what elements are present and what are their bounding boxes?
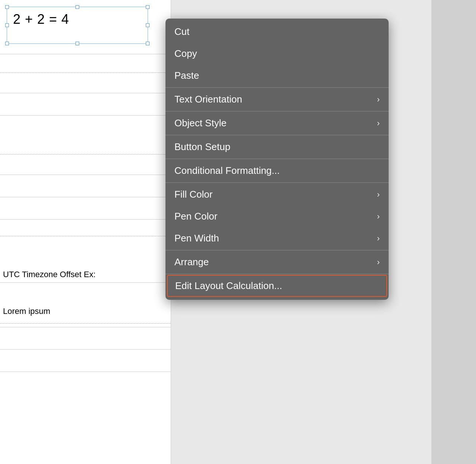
handle-bottom-center	[75, 42, 79, 45]
menu-item-conditional-formatting[interactable]: Conditional Formatting...	[165, 160, 389, 182]
handle-mid-left	[5, 23, 9, 27]
solid-row-9	[0, 349, 171, 350]
menu-item-button-setup[interactable]: Button Setup	[165, 136, 389, 158]
solid-row-6	[0, 219, 171, 220]
solid-row-2	[0, 93, 171, 93]
context-menu: Cut Copy Paste Text Orientation › Object…	[165, 19, 389, 300]
menu-item-cut[interactable]: Cut	[165, 21, 389, 43]
menu-item-arrange-label: Arrange	[174, 256, 209, 268]
text-orientation-chevron: ›	[377, 95, 380, 104]
menu-item-fill-color[interactable]: Fill Color ›	[165, 184, 389, 205]
dotted-row-1	[0, 72, 171, 73]
arrange-chevron: ›	[377, 257, 380, 267]
right-panel	[431, 0, 476, 464]
menu-item-object-style-label: Object Style	[174, 117, 226, 129]
handle-top-left	[5, 5, 9, 9]
menu-item-pen-color-label: Pen Color	[174, 211, 218, 222]
pen-width-chevron: ›	[377, 234, 380, 243]
handle-mid-right	[146, 23, 149, 27]
solid-row-1	[0, 54, 171, 54]
menu-item-pen-color[interactable]: Pen Color ›	[165, 205, 389, 227]
solid-row-4	[0, 175, 171, 175]
cell-label-lorem: Lorem ipsum	[3, 306, 50, 316]
pen-color-chevron: ›	[377, 212, 380, 221]
handle-bottom-right	[146, 42, 149, 45]
menu-item-text-orientation-label: Text Orientation	[174, 94, 242, 105]
cell-label-utc: UTC Timezone Offset Ex:	[3, 270, 96, 279]
separator-7	[165, 274, 389, 274]
selected-text-box[interactable]: 2 + 2 = 4	[7, 7, 148, 44]
menu-item-fill-color-label: Fill Color	[174, 189, 213, 200]
menu-item-copy-label: Copy	[174, 48, 197, 59]
handle-bottom-left	[5, 42, 9, 45]
menu-item-paste-label: Paste	[174, 70, 199, 81]
menu-item-arrange[interactable]: Arrange ›	[165, 251, 389, 273]
separator-1	[165, 87, 389, 88]
menu-item-cut-label: Cut	[174, 26, 189, 38]
solid-row-7	[0, 282, 171, 283]
separator-3	[165, 135, 389, 135]
object-style-chevron: ›	[377, 119, 380, 128]
handle-top-right	[146, 5, 149, 9]
dotted-row-3	[0, 236, 171, 236]
spreadsheet-area: 2 + 2 = 4 UTC Timezone Offset Ex: Lorem …	[0, 0, 171, 464]
solid-row-10	[0, 371, 171, 372]
menu-item-object-style[interactable]: Object Style ›	[165, 112, 389, 134]
separator-2	[165, 111, 389, 111]
handle-top-center	[75, 5, 79, 9]
menu-item-text-orientation[interactable]: Text Orientation ›	[165, 88, 389, 110]
dotted-row-4	[0, 323, 171, 324]
menu-item-conditional-formatting-label: Conditional Formatting...	[174, 165, 280, 176]
selected-box-text: 2 + 2 = 4	[7, 7, 148, 32]
dotted-row-2	[0, 154, 171, 155]
solid-row-3	[0, 115, 171, 116]
menu-item-button-setup-label: Button Setup	[174, 141, 230, 153]
menu-item-pen-width[interactable]: Pen Width ›	[165, 227, 389, 249]
menu-item-copy[interactable]: Copy	[165, 43, 389, 65]
solid-row-8	[0, 327, 171, 327]
separator-4	[165, 159, 389, 159]
menu-item-edit-layout-calculation-label: Edit Layout Calculation...	[175, 280, 282, 292]
menu-item-edit-layout-calculation[interactable]: Edit Layout Calculation...	[167, 275, 387, 297]
menu-item-paste[interactable]: Paste	[165, 65, 389, 87]
fill-color-chevron: ›	[377, 190, 380, 199]
menu-item-pen-width-label: Pen Width	[174, 233, 219, 244]
solid-row-5	[0, 197, 171, 197]
separator-5	[165, 182, 389, 183]
separator-6	[165, 250, 389, 250]
